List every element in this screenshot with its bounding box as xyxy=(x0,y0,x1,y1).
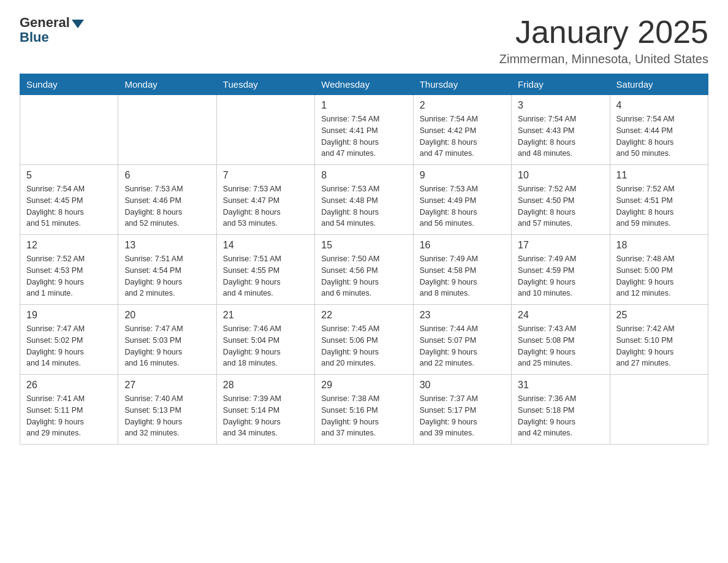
calendar-cell: 29Sunrise: 7:38 AM Sunset: 5:16 PM Dayli… xyxy=(315,375,413,445)
header-day-sunday: Sunday xyxy=(20,74,118,95)
calendar-body: 1Sunrise: 7:54 AM Sunset: 4:41 PM Daylig… xyxy=(20,95,708,445)
calendar-cell: 1Sunrise: 7:54 AM Sunset: 4:41 PM Daylig… xyxy=(315,95,413,165)
day-number: 5 xyxy=(26,170,112,181)
logo: General Blue xyxy=(20,15,84,45)
day-number: 19 xyxy=(26,310,112,321)
day-number: 31 xyxy=(518,380,603,391)
day-number: 26 xyxy=(26,380,112,391)
header-day-friday: Friday xyxy=(512,74,610,95)
day-info: Sunrise: 7:39 AM Sunset: 5:14 PM Dayligh… xyxy=(223,393,308,439)
day-info: Sunrise: 7:54 AM Sunset: 4:41 PM Dayligh… xyxy=(321,113,406,159)
calendar-header: SundayMondayTuesdayWednesdayThursdayFrid… xyxy=(20,74,708,95)
day-number: 9 xyxy=(420,170,505,181)
day-info: Sunrise: 7:53 AM Sunset: 4:49 PM Dayligh… xyxy=(420,183,505,229)
day-info: Sunrise: 7:38 AM Sunset: 5:16 PM Dayligh… xyxy=(321,393,406,439)
day-info: Sunrise: 7:47 AM Sunset: 5:02 PM Dayligh… xyxy=(26,323,112,369)
day-number: 7 xyxy=(223,170,308,181)
calendar-cell: 6Sunrise: 7:53 AM Sunset: 4:46 PM Daylig… xyxy=(118,165,216,235)
calendar-cell: 7Sunrise: 7:53 AM Sunset: 4:47 PM Daylig… xyxy=(216,165,314,235)
calendar-cell xyxy=(610,375,708,445)
day-info: Sunrise: 7:36 AM Sunset: 5:18 PM Dayligh… xyxy=(518,393,603,439)
page-header: General Blue January 2025 Zimmerman, Min… xyxy=(20,15,708,66)
header-day-thursday: Thursday xyxy=(413,74,511,95)
day-info: Sunrise: 7:53 AM Sunset: 4:47 PM Dayligh… xyxy=(223,183,308,229)
calendar-cell: 23Sunrise: 7:44 AM Sunset: 5:07 PM Dayli… xyxy=(413,305,511,375)
day-info: Sunrise: 7:41 AM Sunset: 5:11 PM Dayligh… xyxy=(26,393,112,439)
day-info: Sunrise: 7:52 AM Sunset: 4:51 PM Dayligh… xyxy=(616,183,702,229)
day-number: 10 xyxy=(518,170,603,181)
calendar-cell: 20Sunrise: 7:47 AM Sunset: 5:03 PM Dayli… xyxy=(118,305,216,375)
day-number: 17 xyxy=(518,240,603,251)
day-info: Sunrise: 7:54 AM Sunset: 4:42 PM Dayligh… xyxy=(420,113,505,159)
day-number: 2 xyxy=(420,100,505,111)
calendar-week-row: 5Sunrise: 7:54 AM Sunset: 4:45 PM Daylig… xyxy=(20,165,708,235)
day-info: Sunrise: 7:42 AM Sunset: 5:10 PM Dayligh… xyxy=(616,323,702,369)
day-info: Sunrise: 7:51 AM Sunset: 4:55 PM Dayligh… xyxy=(223,253,308,299)
logo-text-blue: Blue xyxy=(20,29,49,45)
day-number: 4 xyxy=(616,100,702,111)
calendar-cell: 26Sunrise: 7:41 AM Sunset: 5:11 PM Dayli… xyxy=(20,375,118,445)
day-number: 29 xyxy=(321,380,406,391)
calendar-title: January 2025 xyxy=(499,15,708,50)
calendar-cell: 19Sunrise: 7:47 AM Sunset: 5:02 PM Dayli… xyxy=(20,305,118,375)
calendar-week-row: 26Sunrise: 7:41 AM Sunset: 5:11 PM Dayli… xyxy=(20,375,708,445)
calendar-cell: 9Sunrise: 7:53 AM Sunset: 4:49 PM Daylig… xyxy=(413,165,511,235)
day-info: Sunrise: 7:52 AM Sunset: 4:50 PM Dayligh… xyxy=(518,183,603,229)
header-day-tuesday: Tuesday xyxy=(216,74,314,95)
calendar-week-row: 1Sunrise: 7:54 AM Sunset: 4:41 PM Daylig… xyxy=(20,95,708,165)
day-number: 3 xyxy=(518,100,603,111)
calendar-cell xyxy=(216,95,314,165)
logo-arrow-icon xyxy=(72,20,84,28)
calendar-cell: 8Sunrise: 7:53 AM Sunset: 4:48 PM Daylig… xyxy=(315,165,413,235)
day-info: Sunrise: 7:53 AM Sunset: 4:48 PM Dayligh… xyxy=(321,183,406,229)
calendar-subtitle: Zimmerman, Minnesota, United States xyxy=(499,52,708,66)
day-number: 14 xyxy=(223,240,308,251)
calendar-cell: 16Sunrise: 7:49 AM Sunset: 4:58 PM Dayli… xyxy=(413,235,511,305)
day-number: 1 xyxy=(321,100,406,111)
calendar-cell: 5Sunrise: 7:54 AM Sunset: 4:45 PM Daylig… xyxy=(20,165,118,235)
calendar-cell: 21Sunrise: 7:46 AM Sunset: 5:04 PM Dayli… xyxy=(216,305,314,375)
day-number: 6 xyxy=(124,170,210,181)
day-number: 13 xyxy=(124,240,210,251)
day-info: Sunrise: 7:50 AM Sunset: 4:56 PM Dayligh… xyxy=(321,253,406,299)
calendar-week-row: 12Sunrise: 7:52 AM Sunset: 4:53 PM Dayli… xyxy=(20,235,708,305)
calendar-cell: 17Sunrise: 7:49 AM Sunset: 4:59 PM Dayli… xyxy=(512,235,610,305)
header-day-saturday: Saturday xyxy=(610,74,708,95)
calendar-cell: 15Sunrise: 7:50 AM Sunset: 4:56 PM Dayli… xyxy=(315,235,413,305)
header-day-monday: Monday xyxy=(118,74,216,95)
day-number: 28 xyxy=(223,380,308,391)
calendar-cell xyxy=(118,95,216,165)
day-info: Sunrise: 7:53 AM Sunset: 4:46 PM Dayligh… xyxy=(124,183,210,229)
day-info: Sunrise: 7:54 AM Sunset: 4:45 PM Dayligh… xyxy=(26,183,112,229)
day-number: 25 xyxy=(616,310,702,321)
calendar-cell xyxy=(20,95,118,165)
day-number: 23 xyxy=(420,310,505,321)
day-info: Sunrise: 7:44 AM Sunset: 5:07 PM Dayligh… xyxy=(420,323,505,369)
day-info: Sunrise: 7:45 AM Sunset: 5:06 PM Dayligh… xyxy=(321,323,406,369)
day-info: Sunrise: 7:52 AM Sunset: 4:53 PM Dayligh… xyxy=(26,253,112,299)
day-info: Sunrise: 7:46 AM Sunset: 5:04 PM Dayligh… xyxy=(223,323,308,369)
calendar-cell: 27Sunrise: 7:40 AM Sunset: 5:13 PM Dayli… xyxy=(118,375,216,445)
day-info: Sunrise: 7:43 AM Sunset: 5:08 PM Dayligh… xyxy=(518,323,603,369)
calendar-cell: 31Sunrise: 7:36 AM Sunset: 5:18 PM Dayli… xyxy=(512,375,610,445)
day-info: Sunrise: 7:47 AM Sunset: 5:03 PM Dayligh… xyxy=(124,323,210,369)
day-number: 12 xyxy=(26,240,112,251)
day-number: 18 xyxy=(616,240,702,251)
day-info: Sunrise: 7:49 AM Sunset: 4:58 PM Dayligh… xyxy=(420,253,505,299)
calendar-cell: 24Sunrise: 7:43 AM Sunset: 5:08 PM Dayli… xyxy=(512,305,610,375)
header-row: SundayMondayTuesdayWednesdayThursdayFrid… xyxy=(20,74,708,95)
calendar-cell: 10Sunrise: 7:52 AM Sunset: 4:50 PM Dayli… xyxy=(512,165,610,235)
header-day-wednesday: Wednesday xyxy=(315,74,413,95)
calendar-cell: 12Sunrise: 7:52 AM Sunset: 4:53 PM Dayli… xyxy=(20,235,118,305)
logo-text-general: General xyxy=(20,15,70,31)
day-info: Sunrise: 7:54 AM Sunset: 4:43 PM Dayligh… xyxy=(518,113,603,159)
calendar-cell: 3Sunrise: 7:54 AM Sunset: 4:43 PM Daylig… xyxy=(512,95,610,165)
day-info: Sunrise: 7:49 AM Sunset: 4:59 PM Dayligh… xyxy=(518,253,603,299)
calendar-cell: 28Sunrise: 7:39 AM Sunset: 5:14 PM Dayli… xyxy=(216,375,314,445)
day-number: 21 xyxy=(223,310,308,321)
calendar-cell: 22Sunrise: 7:45 AM Sunset: 5:06 PM Dayli… xyxy=(315,305,413,375)
day-number: 30 xyxy=(420,380,505,391)
calendar-cell: 13Sunrise: 7:51 AM Sunset: 4:54 PM Dayli… xyxy=(118,235,216,305)
day-number: 16 xyxy=(420,240,505,251)
calendar-cell: 30Sunrise: 7:37 AM Sunset: 5:17 PM Dayli… xyxy=(413,375,511,445)
